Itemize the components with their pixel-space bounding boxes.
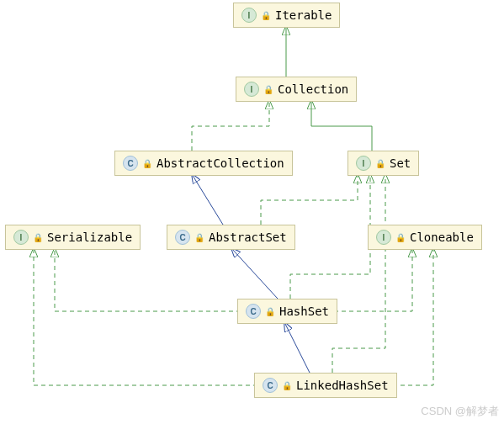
node-set: I 🔒 Set [347, 151, 419, 176]
lock-icon: 🔒 [261, 11, 271, 20]
interface-icon: I [13, 230, 29, 245]
class-icon: C [246, 304, 261, 319]
lock-icon: 🔒 [282, 381, 292, 390]
node-label: AbstractCollection [157, 156, 284, 170]
node-label: Iterable [275, 8, 332, 22]
interface-icon: I [376, 230, 391, 245]
interface-icon: I [244, 82, 259, 97]
class-icon: C [175, 230, 190, 245]
svg-line-3 [284, 322, 310, 373]
node-label: Collection [278, 82, 348, 96]
lock-icon: 🔒 [142, 159, 152, 168]
lock-icon: 🔒 [263, 85, 273, 94]
lock-icon: 🔒 [265, 307, 275, 316]
svg-line-1 [192, 174, 223, 225]
lock-icon: 🔒 [375, 159, 385, 168]
lock-icon: 🔒 [33, 233, 43, 242]
interface-icon: I [241, 8, 257, 23]
node-serializable: I 🔒 Serializable [5, 225, 141, 250]
watermark: CSDN @解梦者 [421, 404, 499, 419]
lock-icon: 🔒 [395, 233, 406, 242]
node-linkedhashset: C 🔒 LinkedHashSet [254, 373, 397, 398]
node-abstractset: C 🔒 AbstractSet [167, 225, 295, 250]
class-icon: C [263, 378, 278, 393]
node-label: LinkedHashSet [296, 379, 389, 392]
svg-line-2 [231, 248, 278, 299]
node-collection: I 🔒 Collection [236, 77, 357, 102]
node-label: AbstractSet [209, 231, 287, 244]
node-abstractcollection: C 🔒 AbstractCollection [114, 151, 293, 176]
node-iterable: I 🔒 Iterable [233, 3, 340, 28]
lock-icon: 🔒 [194, 233, 204, 242]
class-icon: C [123, 156, 138, 171]
node-label: Serializable [47, 231, 132, 244]
node-label: Cloneable [410, 231, 474, 244]
node-cloneable: I 🔒 Cloneable [368, 225, 482, 250]
node-label: Set [390, 156, 411, 170]
interface-icon: I [356, 156, 371, 171]
node-label: HashSet [279, 305, 329, 318]
diagram-edges [0, 0, 504, 424]
node-hashset: C 🔒 HashSet [237, 299, 337, 324]
